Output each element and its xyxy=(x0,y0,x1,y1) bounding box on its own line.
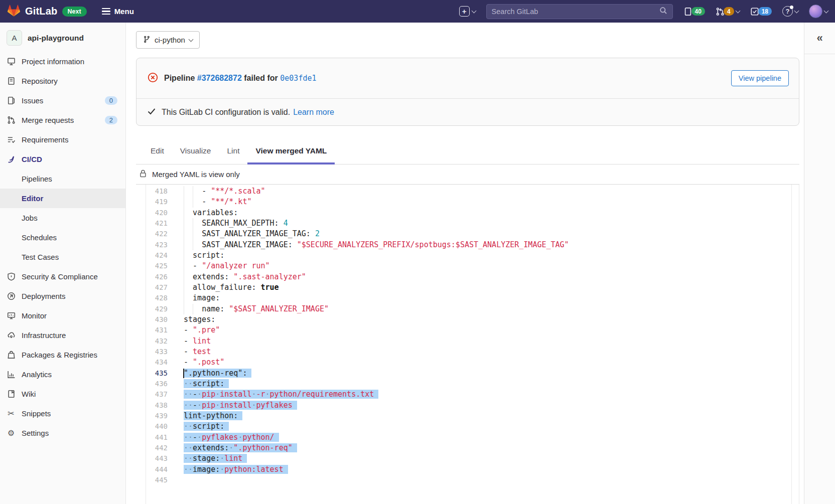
collapse-sidebar-button[interactable]: « xyxy=(816,33,822,44)
code-line[interactable]: 432- lint xyxy=(136,336,799,347)
sidebar-item-project-information[interactable]: Project information xyxy=(0,52,125,71)
menu-button[interactable]: Menu xyxy=(102,7,134,17)
line-content: ··stage:·lint xyxy=(184,453,247,464)
sidebar-item-repository[interactable]: Repository xyxy=(0,71,125,91)
code-line[interactable]: 438··-·pip·install·pyflakes xyxy=(136,400,799,411)
code-line[interactable]: 444··image:·python:latest xyxy=(136,464,799,475)
code-line[interactable]: 442··extends:·".python-req" xyxy=(136,443,799,453)
code-line[interactable]: 436··script: xyxy=(136,379,799,389)
sidebar-item-label: Merge requests xyxy=(22,116,74,124)
code-line[interactable]: 443··stage:·lint xyxy=(136,453,799,464)
code-line[interactable]: 431- ".pre" xyxy=(136,325,799,335)
code-line[interactable]: 426 extends: ".sast-analyzer" xyxy=(136,272,799,282)
pipeline-editor-main: ci-python Pipeline #372682872 failed for… xyxy=(126,23,804,504)
merge-requests-button[interactable]: 4 xyxy=(716,7,740,16)
sidebar-item-schedules[interactable]: Schedules xyxy=(0,228,125,247)
sidebar-item-deployments[interactable]: Deployments xyxy=(0,286,125,306)
gitlab-logo-group[interactable]: GitLab Next xyxy=(7,4,87,19)
sidebar-item-wiki[interactable]: Wiki xyxy=(0,384,125,404)
pipeline-id-link[interactable]: #372682872 xyxy=(197,74,242,82)
line-number: 418 xyxy=(136,186,168,197)
new-item-menu[interactable]: + xyxy=(459,6,476,17)
code-line[interactable]: 427 allow_failure: true xyxy=(136,282,799,293)
code-line[interactable]: 445 xyxy=(136,475,799,485)
issues-dashboard-button[interactable]: 40 xyxy=(683,7,705,16)
chevron-down-icon xyxy=(794,8,799,13)
sidebar-item-analytics[interactable]: Analytics xyxy=(0,365,125,384)
sidebar-item-security-compliance[interactable]: Security & Compliance xyxy=(0,267,125,286)
analytics-icon xyxy=(7,370,16,379)
global-search[interactable] xyxy=(486,4,673,19)
line-content: ··extends:·".python-req" xyxy=(184,443,297,453)
monitor-icon xyxy=(7,311,16,320)
line-number: 434 xyxy=(136,357,168,368)
sidebar-subitem-label: Editor xyxy=(22,194,43,203)
lock-icon xyxy=(140,170,147,179)
code-line[interactable]: 441··-·pyflakes·python/ xyxy=(136,432,799,443)
code-line[interactable]: 418 - "**/*.scala" xyxy=(136,186,799,197)
line-content: ··script: xyxy=(184,379,229,389)
sidebar-item-issues[interactable]: Issues0 xyxy=(0,91,125,110)
sidebar-nav: Project informationRepositoryIssues0Merg… xyxy=(0,52,125,443)
pipeline-failed-icon xyxy=(148,72,158,85)
sidebar-item-label: Analytics xyxy=(22,370,52,379)
branch-selector[interactable]: ci-python xyxy=(136,31,200,49)
sidebar-item-pipelines[interactable]: Pipelines xyxy=(0,169,125,189)
code-line[interactable]: 434- ".post" xyxy=(136,357,799,368)
code-line[interactable]: 421 SEARCH_MAX_DEPTH: 4 xyxy=(136,218,799,229)
code-line[interactable]: 435".python-req": xyxy=(136,368,799,379)
sidebar-item-jobs[interactable]: Jobs xyxy=(0,208,125,228)
view-pipeline-button[interactable]: View pipeline xyxy=(731,70,789,86)
search-input[interactable] xyxy=(492,8,659,16)
tab-visualize[interactable]: Visualize xyxy=(172,139,219,164)
line-content: SEARCH_MAX_DEPTH: 4 xyxy=(184,218,288,229)
code-line[interactable]: 433- test xyxy=(136,347,799,357)
code-line[interactable]: 428 image: xyxy=(136,293,799,303)
tab-lint[interactable]: Lint xyxy=(219,139,247,164)
search-icon xyxy=(659,7,667,17)
commit-sha-link[interactable]: 0e03fde1 xyxy=(280,74,316,83)
code-line[interactable]: 425 - "/analyzer run" xyxy=(136,261,799,271)
todos-button[interactable]: 18 xyxy=(750,7,772,16)
code-line[interactable]: 439lint-python: xyxy=(136,411,799,421)
line-number: 433 xyxy=(136,347,168,357)
sidebar-item-requirements[interactable]: Requirements xyxy=(0,130,125,149)
code-line[interactable]: 419 - "**/*.kt" xyxy=(136,197,799,207)
sidebar-item-packages-registries[interactable]: Packages & Registries xyxy=(0,345,125,365)
tab-view-merged-yaml[interactable]: View merged YAML xyxy=(247,139,335,164)
sidebar-item-ci-cd[interactable]: CI/CD xyxy=(0,149,125,169)
code-line[interactable]: 437··-·pip·install·-r·python/requirement… xyxy=(136,389,799,400)
project-header[interactable]: A api-playground xyxy=(0,28,125,52)
sidebar-item-infrastructure[interactable]: Infrastructure xyxy=(0,325,125,345)
user-avatar xyxy=(809,5,822,18)
merged-yaml-editor[interactable]: 418 - "**/*.scala"419 - "**/*.kt"420 var… xyxy=(136,185,799,504)
sidebar-item-merge-requests[interactable]: Merge requests2 xyxy=(0,110,125,130)
code-line[interactable]: 430stages: xyxy=(136,314,799,325)
sidebar-item-settings[interactable]: ⚙Settings xyxy=(0,423,125,443)
code-line[interactable]: 423 SAST_ANALYZER_IMAGE: "$SECURE_ANALYZ… xyxy=(136,240,799,250)
pipeline-status-card: Pipeline #372682872 failed for 0e03fde1 … xyxy=(136,58,799,126)
line-number: 428 xyxy=(136,293,168,303)
code-line[interactable]: 429 name: "$SAST_ANALYZER_IMAGE" xyxy=(136,304,799,314)
shield-icon xyxy=(7,272,16,281)
help-menu[interactable]: ? xyxy=(782,6,798,17)
code-line[interactable]: 422 SAST_ANALYZER_IMAGE_TAG: 2 xyxy=(136,229,799,239)
repository-icon xyxy=(7,77,16,86)
pipeline-status-text: Pipeline #372682872 failed for 0e03fde1 xyxy=(164,74,317,83)
code-line[interactable]: 440··script: xyxy=(136,421,799,432)
user-menu[interactable] xyxy=(809,5,828,18)
tab-edit[interactable]: Edit xyxy=(143,139,172,164)
line-number: 421 xyxy=(136,218,168,229)
code-lines: 418 - "**/*.scala"419 - "**/*.kt"420 var… xyxy=(136,186,799,485)
code-line[interactable]: 420 variables: xyxy=(136,208,799,218)
sidebar-subitem-label: Pipelines xyxy=(22,175,52,183)
sidebar-item-monitor[interactable]: Monitor xyxy=(0,306,125,325)
code-line[interactable]: 424 script: xyxy=(136,250,799,261)
sidebar-item-test-cases[interactable]: Test Cases xyxy=(0,247,125,267)
learn-more-link[interactable]: Learn more xyxy=(293,108,334,117)
issues-icon xyxy=(683,7,692,16)
sidebar-item-snippets[interactable]: ✂Snippets xyxy=(0,404,125,423)
plus-icon: + xyxy=(459,6,470,17)
line-number: 422 xyxy=(136,229,168,239)
sidebar-item-editor[interactable]: Editor xyxy=(0,189,125,208)
